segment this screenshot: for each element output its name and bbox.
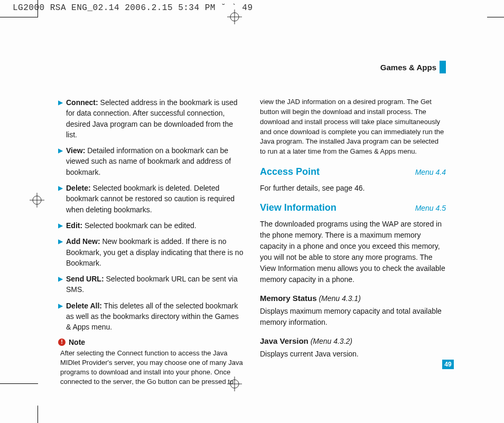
body-text: Displays current Java version. — [260, 349, 446, 360]
bullet-text: Delete All: This deletes all of the sele… — [66, 300, 244, 333]
note-block: ! Note After selecting the Connect funct… — [58, 338, 244, 387]
menu-ref: Menu 4.4 — [415, 168, 446, 176]
print-header: LG2000 RSA ENG_02.14 2006.2.15 5:34 PM ˘… — [13, 3, 253, 13]
body-text: For further details, see page 46. — [260, 183, 446, 194]
list-item: ▶ Delete: Selected bookmark is deleted. … — [58, 183, 244, 215]
bullet-text: View: Detailed information on a bookmark… — [66, 145, 244, 177]
list-item: ▶ Send URL: Selected bookmark URL can be… — [58, 274, 244, 295]
section-title: Games & Apps — [380, 63, 436, 72]
crop-mark — [0, 383, 38, 384]
crop-mark — [38, 0, 38, 17]
triangle-bullet-icon: ▶ — [58, 146, 63, 177]
crop-mark — [487, 17, 504, 17]
list-item: ▶ Edit: Selected bookmark can be edited. — [58, 220, 244, 231]
triangle-bullet-icon: ▶ — [58, 302, 63, 333]
sub-heading: Java Version (Menu 4.3.2) — [260, 336, 446, 345]
note-alert-icon: ! — [58, 339, 66, 346]
sub-heading: Memory Status (Menu 4.3.1) — [260, 294, 446, 303]
triangle-bullet-icon: ▶ — [58, 98, 63, 140]
body-text: Displays maximum memory capacity and tot… — [260, 306, 446, 328]
triangle-bullet-icon: ▶ — [58, 221, 63, 231]
registration-mark-icon — [30, 193, 44, 208]
list-item: ▶ Add New: New bookmark is added. If the… — [58, 236, 244, 268]
continued-note-body: view the JAD information on a desired pr… — [260, 97, 446, 157]
menu-heading: Access Point Menu 4.4 — [260, 166, 446, 177]
bullet-text: Send URL: Selected bookmark URL can be s… — [66, 274, 244, 295]
menu-heading: View Information Menu 4.5 — [260, 202, 446, 213]
triangle-bullet-icon: ▶ — [58, 237, 63, 268]
note-body: After selecting the Connect function to … — [58, 349, 244, 387]
bullet-text: Add New: New bookmark is added. If there… — [66, 236, 244, 268]
registration-mark-icon — [227, 10, 242, 24]
crop-mark — [38, 406, 38, 423]
page-content: ▶ Connect: Selected address in the bookm… — [58, 97, 446, 362]
triangle-bullet-icon: ▶ — [58, 275, 63, 295]
menu-ref: Menu 4.5 — [415, 204, 446, 212]
page-number: 49 — [442, 360, 454, 369]
bullet-text: Connect: Selected address in the bookmar… — [66, 97, 244, 140]
triangle-bullet-icon: ▶ — [58, 184, 63, 215]
left-column: ▶ Connect: Selected address in the bookm… — [58, 97, 244, 362]
list-item: ▶ Connect: Selected address in the bookm… — [58, 97, 244, 140]
section-header: Games & Apps — [380, 61, 446, 73]
note-label: Note — [69, 338, 85, 346]
section-tab-icon — [440, 61, 446, 73]
bullet-text: Delete: Selected bookmark is deleted. De… — [66, 183, 244, 215]
crop-mark — [0, 17, 38, 17]
body-text: The downloaded programs using the WAP ar… — [260, 219, 446, 285]
right-column: view the JAD information on a desired pr… — [260, 97, 446, 362]
menu-title: Access Point — [260, 166, 320, 177]
list-item: ▶ Delete All: This deletes all of the se… — [58, 300, 244, 333]
list-item: ▶ View: Detailed information on a bookma… — [58, 145, 244, 177]
bullet-text: Edit: Selected bookmark can be edited. — [66, 220, 197, 231]
menu-title: View Information — [260, 202, 337, 213]
